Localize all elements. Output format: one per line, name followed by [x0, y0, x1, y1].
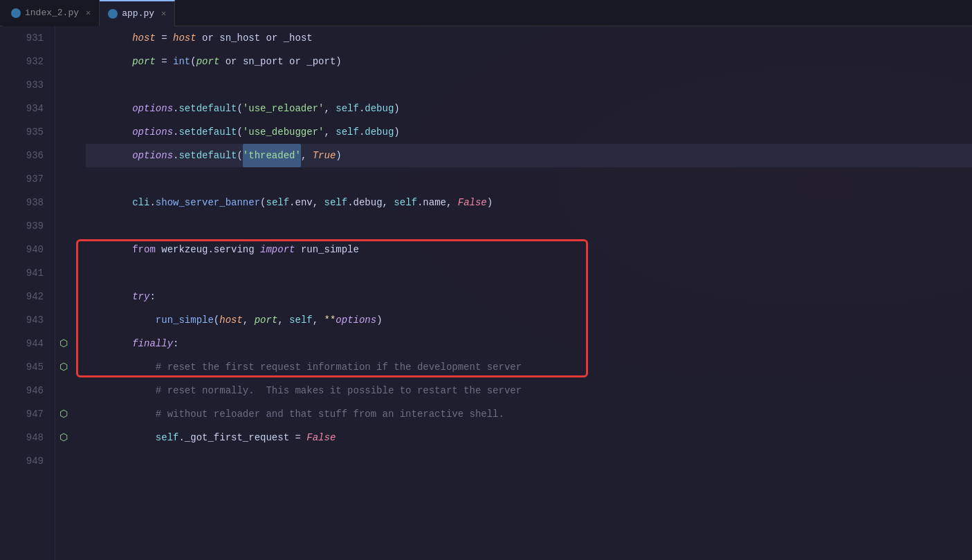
gutter-938	[55, 191, 72, 214]
linenum-940: 940	[0, 238, 44, 261]
linenum-944: 944	[0, 332, 44, 355]
linenum-936: 936	[0, 144, 44, 167]
code-line-947: # without reloader and that stuff from a…	[86, 402, 972, 426]
linenum-949: 949	[0, 449, 44, 473]
linenum-937: 937	[0, 167, 44, 191]
gutter-944: ⬡	[55, 332, 72, 355]
code-line-932: port = int(port or sn_port or _port)	[86, 50, 972, 73]
gutter: ⬡ ⬡ ⬡ ⬡	[55, 26, 72, 560]
gutter-945: ⬡	[55, 355, 72, 379]
gutter-947: ⬡	[55, 402, 72, 426]
code-line-931: host = host or sn_host or _host	[86, 26, 972, 50]
gutter-935	[55, 120, 72, 144]
gutter-933	[55, 73, 72, 97]
breakpoint-948: ⬡	[59, 426, 68, 449]
gutter-941	[55, 261, 72, 285]
linenum-943: 943	[0, 308, 44, 332]
linenum-945: 945	[0, 355, 44, 379]
gutter-940	[55, 238, 72, 261]
breakpoint-945: ⬡	[59, 355, 68, 379]
gutter-942	[55, 285, 72, 308]
linenum-934: 934	[0, 97, 44, 120]
breakpoint-947: ⬡	[59, 402, 68, 426]
gutter-949	[55, 449, 72, 473]
code-line-934: options.setdefault('use_reloader', self.…	[86, 97, 972, 120]
linenum-931: 931	[0, 26, 44, 50]
tab-label-app: app.py	[122, 8, 154, 19]
tab-index2[interactable]: index_2.py ✕	[3, 0, 100, 26]
linenum-932: 932	[0, 50, 44, 73]
gutter-939	[55, 214, 72, 238]
gutter-931	[55, 26, 72, 50]
code-content: host = host or sn_host or _host port = i…	[72, 26, 972, 560]
code-line-944: finally:	[86, 332, 972, 355]
tab-icon-index2	[11, 8, 21, 18]
gutter-934	[55, 97, 72, 120]
linenum-948: 948	[0, 426, 44, 449]
code-line-943: run_simple(host, port, self, **options)	[86, 308, 972, 332]
code-line-941	[86, 261, 972, 285]
code-line-939	[86, 214, 972, 238]
code-line-940: from werkzeug.serving import run_simple	[86, 238, 972, 261]
tab-icon-app	[108, 9, 118, 19]
gutter-937	[55, 167, 72, 191]
linenum-935: 935	[0, 120, 44, 144]
gutter-936	[55, 144, 72, 167]
code-line-946: # reset normally. This makes it possible…	[86, 379, 972, 402]
code-line-933	[86, 73, 972, 97]
code-931-indent	[86, 26, 132, 50]
linenum-941: 941	[0, 261, 44, 285]
code-line-942: try:	[86, 285, 972, 308]
linenum-942: 942	[0, 285, 44, 308]
linenum-947: 947	[0, 402, 44, 426]
gutter-932	[55, 50, 72, 73]
linenum-938: 938	[0, 191, 44, 214]
line-numbers: 931 932 933 934 935 936 937 938 939 940 …	[0, 26, 55, 560]
tab-app[interactable]: app.py ✕	[100, 0, 175, 26]
code-line-945: # reset the first request information if…	[86, 355, 972, 379]
code-line-937	[86, 167, 972, 191]
code-line-936: options.setdefault('threaded', True)	[86, 144, 972, 167]
code-area: 931 932 933 934 935 936 937 938 939 940 …	[0, 26, 972, 560]
threaded-string: 'threaded'	[243, 144, 301, 167]
breakpoint-944: ⬡	[59, 332, 68, 355]
editor-window: index_2.py ✕ app.py ✕ 931 932 933 934 93…	[0, 0, 972, 560]
gutter-948: ⬡	[55, 426, 72, 449]
tab-bar: index_2.py ✕ app.py ✕	[0, 0, 972, 26]
gutter-946	[55, 379, 72, 402]
linenum-946: 946	[0, 379, 44, 402]
code-line-948: self._got_first_request = False	[86, 426, 972, 449]
gutter-943	[55, 308, 72, 332]
linenum-939: 939	[0, 214, 44, 238]
code-line-938: cli.show_server_banner(self.env, self.de…	[86, 191, 972, 214]
tab-close-app[interactable]: ✕	[161, 8, 166, 19]
code-931-host: host	[132, 26, 156, 50]
linenum-933: 933	[0, 73, 44, 97]
tab-close-index2[interactable]: ✕	[86, 8, 91, 18]
code-line-935: options.setdefault('use_debugger', self.…	[86, 120, 972, 144]
code-line-949	[86, 449, 972, 473]
tab-label-index2: index_2.py	[25, 8, 79, 18]
